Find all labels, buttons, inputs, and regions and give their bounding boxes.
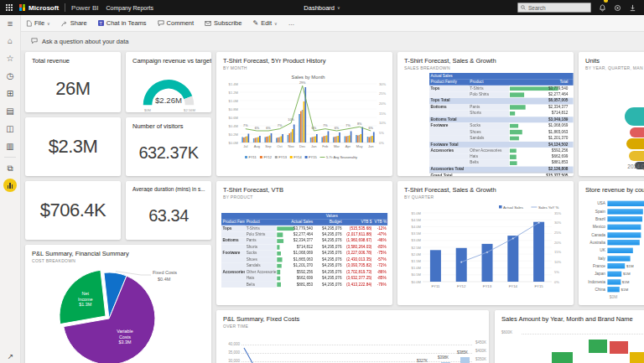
bar[interactable] bbox=[304, 101, 305, 143]
yoy-line[interactable] bbox=[461, 223, 538, 262]
table-total-row[interactable]: Grand Total$15,377,505 bbox=[429, 173, 574, 176]
bar[interactable] bbox=[359, 135, 361, 143]
units-band[interactable] bbox=[626, 138, 644, 149]
bar[interactable] bbox=[316, 134, 318, 143]
bar[interactable] bbox=[482, 244, 493, 282]
table-row[interactable]: FootwareSocks$1,068,069$4,295,076(3,227,… bbox=[221, 250, 387, 256]
bar[interactable] bbox=[243, 137, 245, 143]
table-row[interactable]: Hats$662,699 bbox=[429, 153, 574, 159]
bar[interactable] bbox=[325, 136, 326, 143]
table-row[interactable]: TopsT-Shirts$3,779,540 bbox=[429, 86, 574, 91]
line-series[interactable] bbox=[244, 348, 256, 363]
bar[interactable] bbox=[321, 137, 323, 143]
bar[interactable] bbox=[337, 136, 339, 143]
table-row[interactable]: AccessoriesOther Accessories$592,256$4,2… bbox=[221, 269, 387, 275]
bar[interactable] bbox=[369, 137, 371, 143]
bar[interactable] bbox=[607, 209, 643, 214]
bar[interactable] bbox=[533, 222, 544, 282]
pie-slice[interactable]: NetIncome$1.3M bbox=[60, 270, 106, 324]
bar[interactable] bbox=[361, 134, 362, 143]
sidebar-item-apps[interactable]: ⧉ bbox=[0, 159, 20, 177]
gauge-chart[interactable]: $2.26M$0M$2.56M bbox=[127, 71, 210, 112]
bar[interactable] bbox=[607, 240, 640, 245]
bar[interactable] bbox=[282, 134, 283, 143]
share-button[interactable]: Share bbox=[61, 19, 87, 27]
line-marker[interactable] bbox=[538, 222, 540, 224]
bar[interactable] bbox=[356, 135, 357, 143]
table-row[interactable]: Belts$881,853 bbox=[429, 160, 574, 166]
download-icon[interactable] bbox=[629, 4, 636, 12]
bar[interactable] bbox=[456, 248, 467, 282]
bar[interactable] bbox=[326, 136, 328, 143]
bar[interactable] bbox=[276, 138, 278, 143]
table-total-row[interactable]: Tops Total$6,057,005 bbox=[429, 98, 574, 104]
sidebar-item-favorites[interactable]: ☆ bbox=[0, 49, 20, 67]
sidebar-item-create[interactable]: ⊞ bbox=[0, 85, 20, 102]
bar[interactable] bbox=[253, 138, 255, 143]
workspace-name[interactable]: Company Reports bbox=[106, 5, 153, 11]
bar[interactable] bbox=[323, 137, 325, 143]
table-row[interactable]: Polo Shirts$2,277,464$4,295,076(2,017,61… bbox=[221, 231, 387, 237]
bar[interactable] bbox=[367, 137, 369, 143]
table-row[interactable]: BottomsPants$2,334,377$4,295,076(1,960,6… bbox=[221, 238, 387, 244]
bar[interactable] bbox=[264, 137, 266, 143]
waterfall-bar[interactable] bbox=[610, 341, 628, 354]
bar[interactable] bbox=[361, 127, 363, 143]
chat-in-teams-button[interactable]: T Chat in Teams bbox=[98, 19, 147, 27]
bar[interactable] bbox=[255, 138, 257, 143]
table-total-row[interactable]: Accessories Total$2,136,808 bbox=[429, 166, 574, 172]
bar[interactable] bbox=[607, 248, 632, 253]
table-row[interactable]: Sandals$1,201,370$4,295,076(3,093,705.82… bbox=[221, 262, 387, 268]
search-box[interactable] bbox=[517, 3, 591, 13]
dashboard-switcher[interactable]: Dashboard ∨ bbox=[304, 4, 340, 12]
bar[interactable] bbox=[245, 137, 247, 143]
bar[interactable] bbox=[460, 357, 470, 363]
bar[interactable] bbox=[292, 129, 293, 143]
bar[interactable] bbox=[266, 137, 267, 143]
tile-5yr-product-history[interactable]: T-Shirt Forecast, 5Yr Product History BY… bbox=[216, 52, 392, 176]
bar[interactable] bbox=[370, 137, 371, 143]
bar[interactable] bbox=[278, 137, 279, 143]
table-row[interactable]: Shorts$714,812 bbox=[429, 110, 574, 116]
comment-button[interactable]: Comment bbox=[158, 19, 195, 27]
tile-average-duration[interactable]: Average duration (mins) in s... 63.34 bbox=[126, 181, 211, 240]
bar[interactable] bbox=[242, 137, 243, 143]
table-row[interactable]: BottomsPants$2,334,377 bbox=[429, 104, 574, 110]
bar[interactable] bbox=[607, 225, 641, 230]
bar[interactable] bbox=[349, 136, 351, 143]
bar[interactable] bbox=[607, 263, 625, 268]
table-total-row[interactable]: Footware Total$4,134,502 bbox=[429, 142, 574, 148]
line-marker[interactable] bbox=[460, 262, 462, 263]
bar[interactable] bbox=[267, 137, 269, 143]
line-marker[interactable] bbox=[486, 252, 488, 253]
tile-vtb-table[interactable]: T-Shirt Forecast, VTB BY PRODUCT ValuesP… bbox=[216, 181, 392, 305]
tile-pnl-fixed-costs[interactable]: P&L Summary, Fixed Costs OVER TIME 40,00… bbox=[216, 310, 489, 363]
bar[interactable] bbox=[328, 132, 330, 143]
bar[interactable] bbox=[345, 137, 346, 143]
tile-pnl-financial-summary[interactable]: P&L Summary, Financial Summary COST BREA… bbox=[25, 245, 211, 363]
bar[interactable] bbox=[312, 137, 314, 143]
bar[interactable] bbox=[347, 136, 349, 143]
table-row[interactable]: FootwareSocks$1,068,069 bbox=[429, 122, 574, 128]
waffle-menu-icon[interactable] bbox=[6, 4, 13, 11]
table-row[interactable]: Shorts$714,812$4,295,076(3,580,264.03)-8… bbox=[221, 244, 387, 250]
units-band[interactable] bbox=[629, 151, 644, 161]
bar[interactable] bbox=[288, 135, 289, 143]
sidebar-item-current-workspace[interactable] bbox=[3, 179, 17, 192]
bar[interactable] bbox=[507, 236, 518, 282]
table-row[interactable]: Shoes$1,865,063 bbox=[429, 129, 574, 135]
bar[interactable] bbox=[288, 133, 290, 143]
units-band[interactable] bbox=[625, 107, 644, 126]
tile-store-revenue[interactable]: Store revenue by country USASpainBrazilM… bbox=[579, 181, 644, 305]
waterfall-bar[interactable] bbox=[589, 340, 607, 353]
bar[interactable] bbox=[257, 137, 259, 143]
table-row[interactable]: Shoes$1,865,063$4,295,076(2,430,013.35)-… bbox=[221, 257, 387, 262]
tile-number-of-visitors[interactable]: Number of visitors 632.37K bbox=[126, 117, 211, 176]
tile-revenue-card[interactable]: $2.3M bbox=[25, 117, 121, 176]
bar[interactable] bbox=[607, 232, 641, 237]
waterfall-bar[interactable] bbox=[630, 352, 644, 363]
bar[interactable] bbox=[314, 137, 316, 143]
bar[interactable] bbox=[290, 132, 292, 143]
sidebar-item-home[interactable]: ⌂ bbox=[0, 32, 20, 49]
table-row[interactable]: Belts$881,853$4,295,076(3,413,222.84)-79… bbox=[221, 282, 387, 288]
